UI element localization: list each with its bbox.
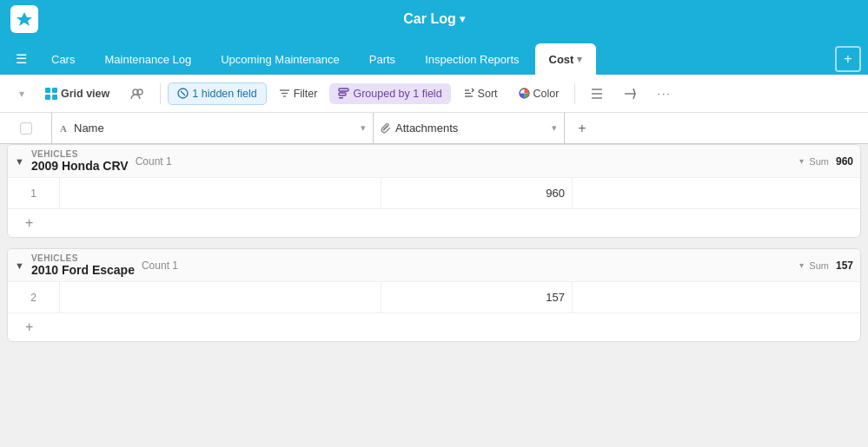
app-title: Car Log ▾ [403, 11, 464, 27]
row-name-cell[interactable] [60, 178, 381, 208]
hamburger-menu-icon[interactable]: ☰ [7, 43, 36, 75]
grid-view-button[interactable]: Grid view [36, 83, 118, 104]
nav-tabs: ☰ Cars Maintenance Log Upcoming Maintena… [0, 38, 868, 75]
more-options-button[interactable]: ··· [648, 83, 679, 104]
add-column-button[interactable]: + [565, 113, 600, 143]
collaborators-icon-btn[interactable] [122, 83, 153, 104]
sum-arrow-icon-2: ▾ [799, 260, 804, 270]
svg-text:A: A [60, 123, 67, 134]
row-number: 1 [8, 178, 60, 208]
hidden-field-icon [177, 88, 189, 99]
ellipsis-icon: ··· [657, 88, 671, 100]
top-bar: Car Log ▾ [0, 0, 868, 38]
svg-rect-14 [339, 97, 343, 99]
row-attach-cell: 157 [381, 282, 573, 312]
grouped-button[interactable]: Grouped by 1 field [329, 83, 450, 104]
attachments-column-header[interactable]: Attachments ▾ [374, 113, 565, 143]
tab-inspection-reports[interactable]: Inspection Reports [411, 43, 533, 75]
row-height-icon [591, 88, 603, 100]
svg-rect-3 [45, 95, 50, 100]
group-ford: ▼ VEHICLES 2010 Ford Escape Count 1 ▾ Su… [7, 248, 861, 342]
group-ford-toggle[interactable]: ▼ [15, 260, 24, 271]
attachment-field-icon [381, 122, 392, 134]
group-honda: ▼ VEHICLES 2009 Honda CRV Count 1 ▾ Sum … [7, 144, 861, 238]
toolbar: ▾ Grid view 1 hidden field Filter [0, 75, 868, 113]
hidden-field-button[interactable]: 1 hidden field [168, 82, 266, 105]
collaborators-icon [130, 88, 144, 100]
toolbar-chevron-btn[interactable]: ▾ [10, 83, 33, 104]
filter-button[interactable]: Filter [270, 83, 327, 104]
tab-upcoming-maintenance[interactable]: Upcoming Maintenance [207, 43, 354, 75]
table-row: 1 960 [8, 178, 860, 209]
svg-rect-1 [45, 88, 50, 93]
tab-maintenance-log[interactable]: Maintenance Log [90, 43, 205, 75]
group-ford-sum: ▾ Sum 157 [799, 260, 853, 272]
cost-tab-dropdown[interactable]: ▾ [577, 54, 582, 65]
svg-marker-0 [17, 12, 32, 26]
svg-rect-13 [339, 93, 346, 95]
name-sort-arrow: ▾ [361, 122, 366, 134]
group-ford-count: Count 1 [142, 260, 178, 272]
toolbar-divider-2 [574, 83, 575, 104]
add-row-honda[interactable]: + [8, 209, 860, 237]
sort-icon [463, 88, 474, 99]
tab-cars[interactable]: Cars [37, 43, 89, 75]
attach-sort-arrow: ▾ [552, 122, 557, 134]
add-row-ford[interactable]: + [8, 313, 860, 341]
tab-cost[interactable]: Cost ▾ [535, 43, 597, 75]
add-tab-button[interactable]: + [835, 46, 861, 72]
grid-content: ▼ VEHICLES 2009 Honda CRV Count 1 ▾ Sum … [0, 144, 868, 447]
svg-rect-4 [52, 95, 57, 100]
row-height-button[interactable] [582, 83, 612, 104]
column-headers: A Name ▾ Attachments ▾ + [0, 113, 868, 144]
share-icon [624, 88, 636, 100]
color-icon [519, 88, 530, 99]
row-attach-cell: 960 [381, 178, 573, 208]
app-logo[interactable] [10, 5, 38, 33]
toolbar-divider-1 [160, 83, 161, 104]
group-honda-header: ▼ VEHICLES 2009 Honda CRV Count 1 ▾ Sum … [8, 145, 860, 178]
group-ford-header: ▼ VEHICLES 2010 Ford Escape Count 1 ▾ Su… [8, 249, 860, 282]
checkbox-header[interactable] [0, 113, 52, 143]
svg-rect-12 [339, 89, 348, 91]
row-name-cell[interactable] [60, 282, 381, 312]
view-chevron-icon: ▾ [19, 88, 24, 100]
svg-line-8 [181, 91, 185, 95]
sum-arrow-icon: ▾ [799, 156, 804, 166]
grouped-icon [338, 88, 349, 99]
share-button[interactable] [615, 83, 645, 104]
tab-parts[interactable]: Parts [355, 43, 409, 75]
name-column-header[interactable]: A Name ▾ [52, 113, 374, 143]
group-honda-toggle[interactable]: ▼ [15, 156, 24, 167]
grid-view-icon [45, 88, 57, 100]
title-dropdown-arrow[interactable]: ▾ [460, 13, 465, 25]
sort-button[interactable]: Sort [454, 83, 507, 104]
group-honda-sum: ▾ Sum 960 [799, 155, 853, 168]
color-button[interactable]: Color [510, 83, 568, 104]
group-honda-count: Count 1 [136, 155, 172, 168]
text-field-icon: A [59, 122, 70, 134]
table-row: 2 157 [8, 282, 860, 313]
svg-rect-2 [52, 88, 57, 93]
select-all-checkbox[interactable] [20, 122, 32, 135]
row-number: 2 [8, 282, 60, 312]
filter-icon [279, 88, 290, 99]
